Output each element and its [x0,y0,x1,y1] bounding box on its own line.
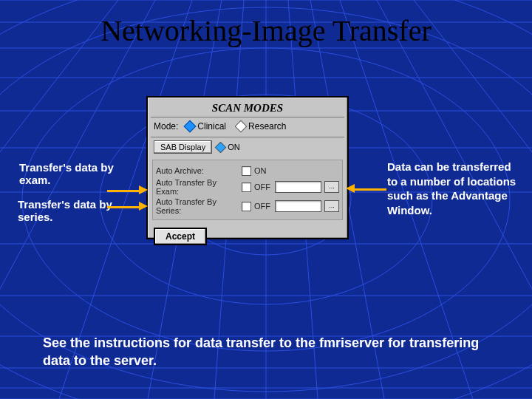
mode-row: Mode: Clinical Research [148,120,347,134]
scan-modes-dialog: SCAN MODES Mode: Clinical Research SAB D… [146,96,349,239]
sab-toggle[interactable]: ON [216,143,240,151]
auto-archive-state: ON [254,166,272,175]
auto-transfer-series-checkbox[interactable] [242,202,251,211]
auto-transfer-series-browse-button[interactable]: ... [324,200,339,212]
clinical-label: Clinical [197,121,226,132]
clinical-radio[interactable] [184,120,197,133]
auto-transfer-exam-checkbox[interactable] [242,183,251,192]
research-radio[interactable] [235,120,248,133]
annotation-transfer-exam: Transfer's data by exam. [19,161,130,186]
auto-transfer-series-row: Auto Transfer By Series: OFF ... [156,197,339,215]
annotation-transfer-series: Transfer's data by series. [18,198,129,223]
auto-transfer-exam-row: Auto Transfer By Exam: OFF ... [156,178,339,196]
divider [151,137,344,137]
auto-options-group: Auto Archive: ON ... Auto Transfer By Ex… [152,160,343,220]
divider [151,117,344,117]
dialog-header: SCAN MODES [148,102,347,115]
auto-transfer-exam-browse-button[interactable]: ... [324,181,339,193]
diamond-icon [215,141,227,153]
annotation-locations: Data can be transferred to a number of l… [387,160,520,217]
auto-transfer-series-input[interactable] [275,200,321,212]
sab-row: SAB Display ON [154,140,341,154]
auto-archive-row: Auto Archive: ON ... [156,165,339,177]
sab-toggle-label: ON [228,143,240,151]
mode-label: Mode: [154,121,178,132]
auto-transfer-exam-state: OFF [254,183,272,191]
accept-button[interactable]: Accept [154,228,207,245]
auto-archive-checkbox[interactable] [242,166,251,176]
slide-title: Networking-Image Transfer [0,13,532,48]
sab-display-button[interactable]: SAB Display [154,140,212,154]
auto-transfer-exam-label: Auto Transfer By Exam: [156,178,239,196]
auto-transfer-series-label: Auto Transfer By Series: [156,197,239,215]
auto-transfer-exam-input[interactable] [275,181,321,193]
auto-archive-label: Auto Archive: [156,166,239,175]
footer-instruction: See the instructions for data transfer t… [43,334,502,370]
research-label: Research [248,121,286,132]
auto-transfer-series-state: OFF [254,202,272,211]
